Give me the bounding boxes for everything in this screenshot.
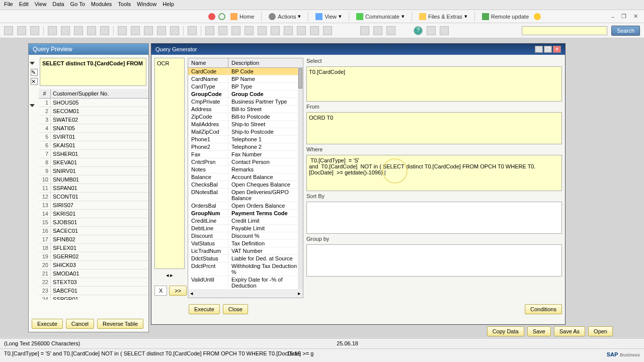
field-row[interactable]: ZipCodeBill-to Postcode bbox=[188, 113, 303, 121]
result-row[interactable]: 4SNATI05 bbox=[39, 124, 148, 133]
menu-tools[interactable]: Tools bbox=[118, 1, 131, 9]
stop-icon[interactable] bbox=[208, 13, 215, 20]
help-icon[interactable]: ? bbox=[414, 26, 423, 35]
conditions-button[interactable]: Conditions bbox=[525, 304, 562, 314]
from-input[interactable]: OCRD T0 bbox=[306, 112, 562, 144]
maximize-button[interactable]: ❐ bbox=[544, 46, 552, 53]
result-row[interactable]: 5SVIRT01 bbox=[39, 133, 148, 141]
field-row[interactable]: DdctStatusLiable for Ded. at Source bbox=[188, 255, 303, 262]
tool-icon-16[interactable] bbox=[231, 26, 240, 35]
result-row[interactable]: 14SKRIS01 bbox=[39, 210, 148, 218]
edit-icon[interactable]: ✎ bbox=[31, 69, 38, 76]
smile-icon[interactable] bbox=[534, 13, 541, 20]
field-row[interactable]: DNotesBalOpen Deliveries/GRPO Balance bbox=[188, 189, 303, 202]
field-row[interactable]: CmpPrivateBusiness Partner Type bbox=[188, 98, 303, 106]
field-row[interactable]: FaxFax Number bbox=[188, 151, 303, 158]
result-row[interactable]: 6SKAIS01 bbox=[39, 141, 148, 150]
result-row[interactable]: 24SSPGR01 bbox=[39, 295, 148, 300]
tool-icon-9[interactable] bbox=[118, 26, 127, 35]
field-row[interactable]: NotesRemarks bbox=[188, 166, 303, 173]
field-row[interactable]: GroupNumPayment Terms Code bbox=[188, 210, 303, 217]
tool-icon-2[interactable] bbox=[17, 26, 26, 35]
result-row[interactable]: 12SCONT01 bbox=[39, 193, 148, 201]
result-row[interactable]: 8SKEVA01 bbox=[39, 158, 148, 167]
menu-window[interactable]: Window bbox=[137, 1, 156, 9]
field-row[interactable]: VatStatusTax Definition bbox=[188, 240, 303, 247]
field-list[interactable]: CardCodeBP CodeCardNameBP NameCardTypeBP… bbox=[188, 68, 303, 289]
tool-icon-27[interactable] bbox=[427, 26, 436, 35]
select-input[interactable]: T0.[CardCode] bbox=[306, 66, 562, 102]
tool-icon-21[interactable] bbox=[297, 26, 306, 35]
copy-data-button[interactable]: Copy Data bbox=[487, 326, 524, 336]
field-row[interactable]: MailZipCodShip-to Postcode bbox=[188, 128, 303, 136]
scrollbar[interactable] bbox=[298, 68, 303, 289]
clear-icon[interactable]: ✕ bbox=[31, 78, 38, 85]
header-customer[interactable]: Customer/Supplier No. bbox=[51, 89, 148, 98]
result-row[interactable]: 21SMODA01 bbox=[39, 269, 148, 278]
result-row[interactable]: 9SNIRV01 bbox=[39, 167, 148, 175]
tool-icon-28[interactable] bbox=[440, 26, 449, 35]
nav-left-icon[interactable]: ◂ bbox=[166, 272, 169, 279]
close-icon[interactable]: ✕ bbox=[631, 13, 640, 20]
field-header-desc[interactable]: Description bbox=[228, 58, 303, 67]
result-row[interactable]: 23SABCF01 bbox=[39, 287, 148, 295]
field-row[interactable]: AddressBill-to Street bbox=[188, 106, 303, 113]
hscroll-right-icon[interactable]: ▸ bbox=[298, 290, 301, 297]
tool-icon-22[interactable] bbox=[310, 26, 319, 35]
scroll-thumb[interactable] bbox=[298, 68, 302, 88]
tool-icon-3[interactable] bbox=[30, 26, 39, 35]
close-button[interactable]: ✕ bbox=[553, 46, 561, 53]
field-row[interactable]: DdctPrcntWithholding Tax Deduction % bbox=[188, 262, 303, 276]
field-row[interactable]: CreditLineCredit Limit bbox=[188, 217, 303, 225]
result-row[interactable]: 18SFLEX01 bbox=[39, 244, 148, 252]
toolbar-remote[interactable]: Remote update bbox=[480, 12, 531, 21]
tool-icon-4[interactable] bbox=[48, 26, 57, 35]
next-button[interactable]: >> bbox=[169, 286, 187, 296]
field-row[interactable]: ValidUntilExpiry Date for -% of Deductio… bbox=[188, 276, 303, 289]
search-button[interactable]: Search bbox=[611, 26, 640, 36]
field-row[interactable]: OrdersBalOpen Orders Balance bbox=[188, 202, 303, 210]
field-row[interactable]: MailAddresShip-to Street bbox=[188, 121, 303, 128]
field-row[interactable]: CardNameBP Name bbox=[188, 75, 303, 83]
toolbar-actions[interactable]: Actions▾ bbox=[267, 12, 303, 21]
tool-icon-20[interactable] bbox=[284, 26, 293, 35]
groupby-input[interactable] bbox=[306, 244, 562, 277]
results-grid[interactable]: 1SHOUS052SECOM013SWATE024SNATI055SVIRT01… bbox=[39, 99, 148, 300]
tool-icon-1[interactable] bbox=[4, 26, 13, 35]
field-row[interactable]: CardTypeBP Type bbox=[188, 83, 303, 90]
result-row[interactable]: 15SJOBS01 bbox=[39, 218, 148, 227]
menu-goto[interactable]: Go To bbox=[70, 1, 85, 9]
preview-reverse-button[interactable]: Reverse Table bbox=[97, 319, 143, 329]
field-row[interactable]: GroupCodeGroup Code bbox=[188, 90, 303, 98]
result-row[interactable]: 22STEXT03 bbox=[39, 278, 148, 287]
tool-icon-10[interactable] bbox=[131, 26, 140, 35]
result-row[interactable]: 16SACEC01 bbox=[39, 227, 148, 235]
result-row[interactable]: 19SGERR02 bbox=[39, 252, 148, 261]
result-row[interactable]: 1SHOUS05 bbox=[39, 99, 148, 107]
field-header-name[interactable]: Name bbox=[188, 58, 228, 67]
result-row[interactable]: 7SSHER01 bbox=[39, 150, 148, 158]
where-input[interactable]: T0.[CardType] = 'S' and T0.[CardCode] NO… bbox=[306, 155, 562, 191]
result-row[interactable]: 13SIRIS07 bbox=[39, 201, 148, 210]
minimize-icon[interactable]: – bbox=[609, 14, 616, 20]
field-row[interactable]: Phone1Telephone 1 bbox=[188, 136, 303, 143]
clear-button[interactable]: X bbox=[154, 286, 167, 296]
result-row[interactable]: 2SECOM01 bbox=[39, 107, 148, 116]
tool-icon-5[interactable] bbox=[61, 26, 70, 35]
preview-cancel-button[interactable]: Cancel bbox=[66, 319, 94, 329]
tool-icon-23[interactable] bbox=[323, 26, 332, 35]
tool-icon-24[interactable] bbox=[360, 26, 369, 35]
tool-icon-6[interactable] bbox=[74, 26, 83, 35]
table-input[interactable]: OCR bbox=[154, 58, 185, 269]
field-row[interactable]: DebtLinePayable Limit bbox=[188, 225, 303, 232]
menu-view[interactable]: View bbox=[35, 1, 47, 9]
tool-icon-25[interactable] bbox=[373, 26, 382, 35]
tool-icon-14[interactable] bbox=[205, 26, 214, 35]
field-row[interactable]: BalanceAccount Balance bbox=[188, 173, 303, 181]
result-row[interactable]: 20SHICK03 bbox=[39, 261, 148, 269]
menu-modules[interactable]: Modules bbox=[91, 1, 112, 9]
qgen-close-button[interactable]: Close bbox=[223, 304, 248, 314]
toolbar-home[interactable]: Home bbox=[228, 12, 256, 21]
nav-right-icon[interactable]: ▸ bbox=[170, 272, 173, 279]
menu-file[interactable]: File bbox=[4, 1, 13, 9]
